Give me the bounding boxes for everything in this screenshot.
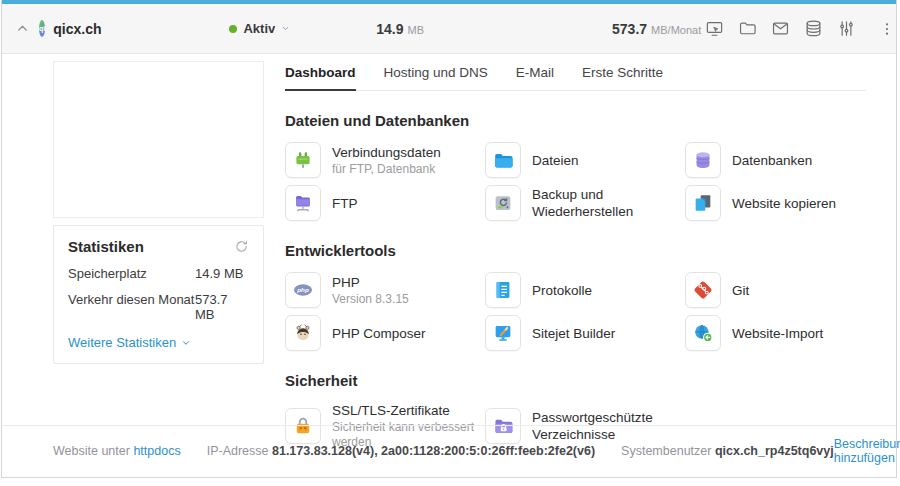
sidebar-column: Statistiken Speicherplatz14.9 MBVerkehr … bbox=[53, 61, 264, 425]
tile-verbindungsdaten[interactable]: Verbindungsdatenfür FTP, Datenbank bbox=[285, 142, 485, 178]
tile-label: FTP bbox=[332, 195, 358, 212]
php-icon: php bbox=[285, 272, 321, 308]
chevron-down-icon bbox=[281, 24, 290, 33]
status-dropdown[interactable]: Aktiv bbox=[229, 21, 290, 36]
domain-favicon: qi bbox=[39, 20, 45, 37]
tile-label: Sitejet Builder bbox=[532, 325, 615, 342]
more-statistics-label: Weitere Statistiken bbox=[68, 335, 176, 350]
add-description-link[interactable]: Beschreibung hinzufügen bbox=[834, 437, 900, 465]
tile-protokolle[interactable]: Protokolle bbox=[485, 272, 685, 308]
main-area: Statistiken Speicherplatz14.9 MBVerkehr … bbox=[2, 54, 896, 425]
tile-label: Website-Import bbox=[732, 325, 823, 342]
section-title: Entwicklertools bbox=[285, 242, 866, 259]
tile-dateien[interactable]: Dateien bbox=[485, 142, 685, 178]
domain-topbar: qi qicx.ch Aktiv 14.9 MB 573.7 MB/Monat bbox=[2, 4, 896, 54]
preview-icon[interactable] bbox=[701, 16, 727, 42]
topbar-quick-actions bbox=[701, 16, 900, 42]
mail-icon[interactable] bbox=[767, 16, 793, 42]
tile-label: Protokolle bbox=[532, 282, 592, 299]
tile-label: Verbindungsdaten bbox=[332, 144, 441, 161]
tile-label: Backup und Wiederherstellen bbox=[532, 186, 685, 220]
plug-icon bbox=[285, 142, 321, 178]
collapse-chevron-up-icon[interactable] bbox=[16, 16, 29, 42]
disk-usage-value: 14.9 bbox=[376, 21, 403, 37]
svg-text:php: php bbox=[296, 286, 309, 293]
domain-card-window: qi qicx.ch Aktiv 14.9 MB 573.7 MB/Monat … bbox=[1, 0, 897, 478]
logs-icon bbox=[485, 272, 521, 308]
statistics-card: Statistiken Speicherplatz14.9 MBVerkehr … bbox=[53, 225, 264, 364]
databases-icon bbox=[685, 142, 721, 178]
system-user-value: qicx.ch_rp4z5tq6vyj bbox=[715, 444, 834, 458]
tile-website-kopieren[interactable]: Website kopieren bbox=[685, 185, 870, 221]
sliders-icon[interactable] bbox=[833, 16, 859, 42]
content-column: DashboardHosting und DNSE-MailErste Schr… bbox=[285, 61, 866, 425]
tile-php[interactable]: phpPHPVersion 8.3.15 bbox=[285, 272, 485, 308]
tile-subtitle: Version 8.3.15 bbox=[332, 292, 409, 307]
tile-label: PHP bbox=[332, 274, 409, 291]
stats-label: Speicherplatz bbox=[68, 266, 195, 281]
more-statistics-link[interactable]: Weitere Statistiken bbox=[68, 335, 249, 350]
ftp-icon bbox=[285, 185, 321, 221]
tile-label: Datenbanken bbox=[732, 152, 812, 169]
tile-sitejet-builder[interactable]: Sitejet Builder bbox=[485, 315, 685, 351]
backup-icon bbox=[485, 185, 521, 221]
traffic-metric: 573.7 MB/Monat bbox=[612, 21, 701, 37]
tile-label: Dateien bbox=[532, 152, 579, 169]
disk-usage-metric: 14.9 MB bbox=[376, 21, 424, 37]
kebab-menu-icon[interactable] bbox=[874, 16, 900, 42]
domain-footer: Website unter httpdocs IP-Adresse 81.173… bbox=[2, 425, 896, 477]
status-dot bbox=[229, 25, 237, 33]
statistics-title: Statistiken bbox=[68, 238, 144, 255]
httpdocs-link[interactable]: httpdocs bbox=[133, 444, 180, 458]
folder-icon[interactable] bbox=[734, 16, 760, 42]
system-user-segment: Systembenutzer qicx.ch_rp4z5tq6vyj bbox=[621, 444, 834, 458]
tile-php-composer[interactable]: PHP Composer bbox=[285, 315, 485, 351]
ip-address-value: 81.173.83.128(v4), 2a00:1128:200:5:0:26f… bbox=[272, 444, 595, 458]
tab-hosting-und-dns[interactable]: Hosting und DNS bbox=[384, 61, 488, 91]
git-icon bbox=[685, 272, 721, 308]
stats-row: Speicherplatz14.9 MB bbox=[68, 266, 249, 281]
tile-git[interactable]: Git bbox=[685, 272, 870, 308]
tab-e-mail[interactable]: E-Mail bbox=[516, 61, 554, 91]
tile-label: SSL/TLS-Zertifikate bbox=[332, 402, 485, 419]
domain-name[interactable]: qicx.ch bbox=[53, 21, 101, 37]
status-label: Aktiv bbox=[243, 21, 275, 36]
ip-address-label: IP-Adresse bbox=[207, 444, 269, 458]
section-title: Dateien und Datenbanken bbox=[285, 112, 866, 129]
section-title: Sicherheit bbox=[285, 372, 866, 389]
tab-erste-schritte[interactable]: Erste Schritte bbox=[582, 61, 663, 91]
tile-label: PHP Composer bbox=[332, 325, 426, 342]
domain-tabs: DashboardHosting und DNSE-MailErste Schr… bbox=[285, 61, 866, 91]
ip-address-segment: IP-Adresse 81.173.83.128(v4), 2a00:1128:… bbox=[207, 444, 595, 458]
database-icon[interactable] bbox=[800, 16, 826, 42]
sitejet-icon bbox=[485, 315, 521, 351]
tile-website-import[interactable]: Website-Import bbox=[685, 315, 870, 351]
tool-grid: phpPHPVersion 8.3.15ProtokolleGitPHP Com… bbox=[285, 272, 866, 351]
refresh-icon[interactable] bbox=[234, 239, 249, 254]
tile-backup-und-wiederherstellen[interactable]: Backup und Wiederherstellen bbox=[485, 185, 685, 221]
website-root-segment: Website unter httpdocs bbox=[53, 444, 181, 458]
website-preview-thumbnail[interactable] bbox=[53, 61, 264, 218]
chevron-down-icon bbox=[181, 338, 191, 348]
disk-usage-unit: MB bbox=[408, 24, 425, 36]
tab-dashboard[interactable]: Dashboard bbox=[285, 61, 356, 91]
stats-label: Verkehr diesen Monat bbox=[68, 292, 195, 322]
stats-row: Verkehr diesen Monat573.7 MB bbox=[68, 292, 249, 322]
tile-datenbanken[interactable]: Datenbanken bbox=[685, 142, 870, 178]
traffic-value: 573.7 bbox=[612, 21, 647, 37]
files-folder-icon bbox=[485, 142, 521, 178]
website-root-label: Website unter bbox=[53, 444, 130, 458]
tile-ftp[interactable]: FTP bbox=[285, 185, 485, 221]
composer-icon bbox=[285, 315, 321, 351]
tile-subtitle: für FTP, Datenbank bbox=[332, 162, 441, 177]
system-user-label: Systembenutzer bbox=[621, 444, 711, 458]
stats-value: 14.9 MB bbox=[195, 266, 243, 281]
tile-label: Git bbox=[732, 282, 749, 299]
copy-website-icon bbox=[685, 185, 721, 221]
tool-grid: Verbindungsdatenfür FTP, DatenbankDateie… bbox=[285, 142, 866, 221]
stats-value: 573.7 MB bbox=[195, 292, 249, 322]
tile-label: Website kopieren bbox=[732, 195, 836, 212]
website-import-icon bbox=[685, 315, 721, 351]
traffic-unit: MB/Monat bbox=[651, 24, 701, 36]
